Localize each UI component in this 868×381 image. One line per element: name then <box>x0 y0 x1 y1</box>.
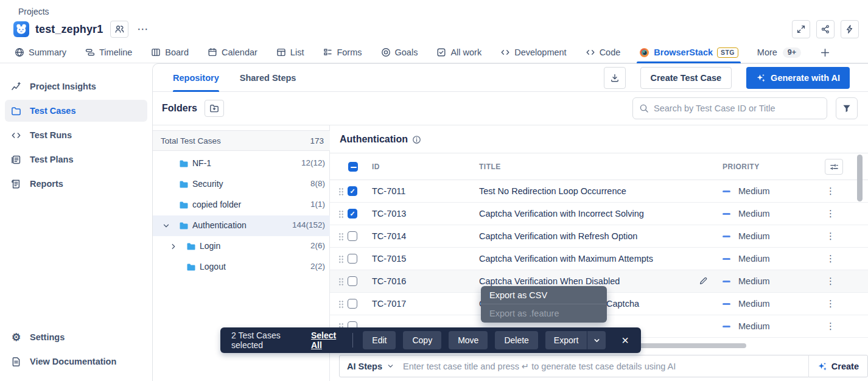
row-menu-icon[interactable]: ⋮ <box>826 230 835 242</box>
angle-brackets-icon <box>11 130 21 141</box>
automation-button[interactable] <box>841 20 859 38</box>
ai-title-input[interactable] <box>403 362 808 371</box>
add-tab-button[interactable] <box>820 41 830 63</box>
table-row[interactable]: TC-7011 Test No Redirection Loop Occurre… <box>330 180 868 203</box>
drag-handle-icon[interactable] <box>338 255 344 264</box>
app: Projects test_zephyr1 ⋯ <box>0 0 868 381</box>
sidebar-item-test-plans[interactable]: Test Plans <box>5 149 147 170</box>
table-row[interactable]: TC-7015 Captcha Verification with Maximu… <box>330 248 868 270</box>
sidebar-item-reports[interactable]: Reports <box>5 173 147 195</box>
add-folder-button[interactable] <box>205 100 224 117</box>
select-all-checkbox[interactable] <box>348 162 358 172</box>
insights-icon <box>11 82 21 92</box>
drag-handle-icon[interactable] <box>338 300 344 309</box>
edit-title-icon[interactable] <box>699 276 708 285</box>
tree-item-authentication[interactable]: Authentication 144(152) <box>153 215 330 236</box>
row-title-fragment[interactable]: Captcha <box>606 299 639 309</box>
delete-button[interactable]: Delete <box>495 331 537 349</box>
tab-list[interactable]: List <box>276 41 304 63</box>
table-row[interactable]: TC-7014 Captcha Verification with Refres… <box>330 225 868 248</box>
more-actions-icon[interactable]: ⋯ <box>135 23 152 36</box>
share-button[interactable] <box>816 20 835 38</box>
ai-create-bar: AI Steps Create <box>339 355 868 377</box>
row-menu-icon[interactable]: ⋮ <box>826 253 835 265</box>
edit-button[interactable]: Edit <box>363 331 396 349</box>
target-icon <box>381 47 391 57</box>
folders-label: Folders <box>162 103 197 114</box>
sidebar-item-view-documentation[interactable]: View Documentation <box>5 351 147 372</box>
drag-handle-icon[interactable] <box>338 210 344 218</box>
tree-item-copied-folder[interactable]: copied folder 1(1) <box>153 195 330 215</box>
report-icon <box>11 179 21 189</box>
tree-item-nf1[interactable]: NF-1 12(12) <box>153 153 330 174</box>
move-button[interactable]: Move <box>449 331 488 349</box>
copy-button[interactable]: Copy <box>403 331 441 349</box>
row-menu-icon[interactable]: ⋮ <box>826 208 835 220</box>
column-settings-button[interactable] <box>825 159 843 175</box>
tab-development[interactable]: Development <box>500 41 566 63</box>
chevron-down-icon <box>387 362 394 370</box>
search-box[interactable] <box>632 97 827 119</box>
drag-handle-icon[interactable] <box>338 232 344 241</box>
create-test-case-button[interactable]: Create Test Case <box>640 67 732 89</box>
tree-item-security[interactable]: Security 8(8) <box>153 174 330 195</box>
row-checkbox[interactable] <box>348 276 357 286</box>
tab-calendar[interactable]: Calendar <box>208 41 257 63</box>
column-id[interactable]: ID <box>372 163 380 171</box>
row-menu-icon[interactable]: ⋮ <box>826 185 835 197</box>
search-input[interactable] <box>654 103 821 113</box>
sidebar-item-project-insights[interactable]: Project Insights <box>5 75 147 97</box>
tab-timeline[interactable]: Timeline <box>85 41 132 63</box>
ai-create-button[interactable]: Create <box>809 362 867 371</box>
window-actions <box>792 20 859 38</box>
filter-button[interactable] <box>836 97 858 119</box>
ai-steps-dropdown[interactable]: AI Steps <box>340 362 403 371</box>
sparkles-icon <box>756 73 766 83</box>
info-icon[interactable] <box>412 135 421 144</box>
tree-item-login[interactable]: Login 2(6) <box>153 236 330 257</box>
tab-forms[interactable]: Forms <box>323 41 362 63</box>
row-checkbox[interactable] <box>348 186 357 196</box>
menu-item-export-feature[interactable]: Export as .feature <box>481 304 607 322</box>
sidebar-item-settings[interactable]: ⚙ Settings <box>5 326 147 348</box>
tab-more[interactable]: More 9+ <box>757 41 801 63</box>
select-all-link[interactable]: Select All <box>311 330 343 350</box>
row-menu-icon[interactable]: ⋮ <box>826 298 835 310</box>
sidebar-item-test-cases[interactable]: Test Cases <box>5 100 147 122</box>
section-title: Authentication <box>340 134 421 145</box>
tab-summary[interactable]: Summary <box>15 41 66 63</box>
column-title[interactable]: TITLE <box>479 163 501 171</box>
toolbar-divider <box>352 333 353 348</box>
breadcrumb[interactable]: Projects <box>18 7 49 16</box>
column-priority[interactable]: PRIORITY <box>723 163 760 171</box>
sidebar-item-test-runs[interactable]: Test Runs <box>5 124 147 146</box>
export-caret-button[interactable] <box>587 331 606 349</box>
download-button[interactable] <box>604 67 626 89</box>
drag-handle-icon[interactable] <box>338 278 344 286</box>
tab-all-work[interactable]: All work <box>436 41 481 63</box>
chevron-right-icon[interactable] <box>169 242 178 251</box>
tab-goals[interactable]: Goals <box>381 41 418 63</box>
row-checkbox[interactable] <box>348 209 357 218</box>
fullscreen-button[interactable] <box>792 20 810 38</box>
drag-handle-icon[interactable] <box>338 187 344 196</box>
row-checkbox[interactable] <box>348 254 357 264</box>
table-row[interactable]: TC-7013 Captcha Verification with Incorr… <box>330 203 868 225</box>
tab-code[interactable]: Code <box>586 41 621 63</box>
export-button[interactable]: Export <box>545 335 587 345</box>
row-menu-icon[interactable]: ⋮ <box>826 320 835 332</box>
tab-board[interactable]: Board <box>151 41 189 63</box>
generate-with-ai-button[interactable]: Generate with AI <box>746 67 850 89</box>
tab-repository[interactable]: Repository <box>173 64 219 92</box>
menu-item-export-csv[interactable]: Export as CSV <box>481 286 607 304</box>
tree-item-logout[interactable]: Logout 2(2) <box>153 257 330 278</box>
row-menu-icon[interactable]: ⋮ <box>826 275 835 287</box>
tab-shared-steps[interactable]: Shared Steps <box>240 64 296 92</box>
chevron-down-icon[interactable] <box>162 222 170 230</box>
row-checkbox[interactable] <box>348 299 357 309</box>
vertical-scrollbar[interactable] <box>857 155 863 201</box>
members-button[interactable] <box>110 21 128 38</box>
close-toolbar-icon[interactable]: × <box>618 333 632 348</box>
tab-browserstack[interactable]: BrowserStack STG <box>639 41 738 63</box>
row-checkbox[interactable] <box>348 231 357 241</box>
